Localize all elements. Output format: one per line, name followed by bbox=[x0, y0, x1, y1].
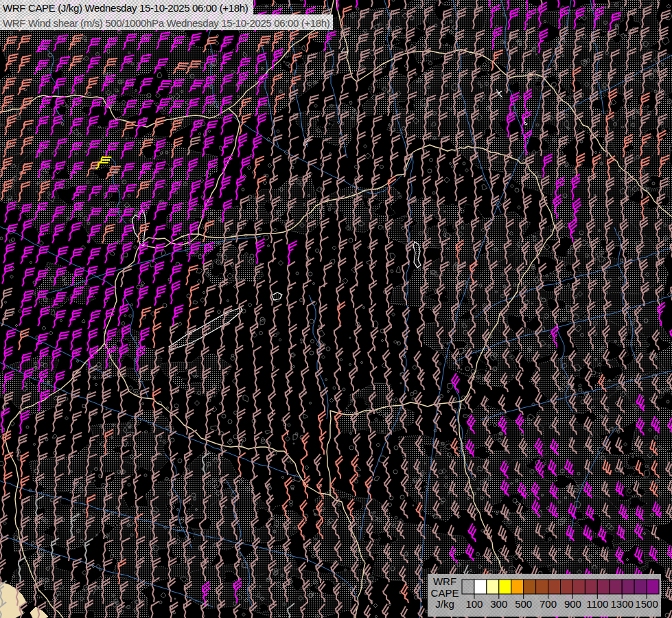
legend-swatch bbox=[474, 580, 487, 594]
cape-legend: WRFCAPEJ/kg 100300500700900110013001500 bbox=[428, 574, 661, 617]
legend-swatch bbox=[487, 580, 499, 594]
legend-tick-label: 300 bbox=[490, 598, 507, 610]
legend-swatch bbox=[597, 580, 610, 594]
legend-tick-label: 700 bbox=[540, 598, 557, 610]
wrf-map-stage: WRF CAPE (J/kg) Wednesday 15-10-2025 06:… bbox=[0, 0, 672, 618]
legend-colorbar: 100300500700900110013001500 bbox=[428, 574, 661, 617]
legend-tick-label: 900 bbox=[564, 598, 581, 610]
map-title-windshear: WRF Wind shear (m/s) 500/1000hPa Wednesd… bbox=[0, 14, 333, 30]
legend-swatch bbox=[524, 580, 536, 594]
legend-swatch bbox=[647, 580, 659, 594]
legend-swatch bbox=[572, 580, 585, 594]
legend-swatch bbox=[610, 580, 622, 594]
weather-map bbox=[0, 0, 672, 618]
legend-tick-label: 500 bbox=[515, 598, 532, 610]
legend-swatch bbox=[499, 580, 511, 594]
legend-tick-label: 1500 bbox=[635, 598, 658, 610]
map-title-windshear-text: WRF Wind shear (m/s) 500/1000hPa Wednesd… bbox=[3, 17, 329, 29]
legend-swatch bbox=[622, 580, 634, 594]
legend-tick-label: 100 bbox=[465, 598, 483, 610]
legend-swatch bbox=[536, 580, 548, 594]
legend-swatch bbox=[462, 580, 474, 594]
legend-swatch bbox=[561, 580, 573, 594]
legend-swatch bbox=[511, 580, 524, 594]
legend-tick-label: 1100 bbox=[586, 598, 608, 610]
map-title-cape: WRF CAPE (J/kg) Wednesday 15-10-2025 06:… bbox=[0, 0, 253, 14]
legend-swatch bbox=[634, 580, 647, 594]
legend-tick-label: 1300 bbox=[611, 598, 634, 610]
legend-swatch bbox=[585, 580, 597, 594]
legend-swatch bbox=[548, 580, 561, 594]
map-title-cape-text: WRF CAPE (J/kg) Wednesday 15-10-2025 06:… bbox=[3, 2, 248, 14]
